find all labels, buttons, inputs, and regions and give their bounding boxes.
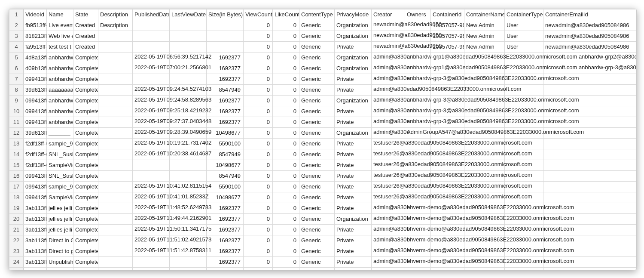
col-header-privacymode[interactable]: PrivacyMode xyxy=(335,9,372,20)
cell-publisheddate[interactable]: 2022-05-19T09:24:54.5274103 xyxy=(133,85,170,96)
cell-name[interactable]: anbhardw xyxy=(47,96,73,106)
cell-size[interactable]: 5590100 xyxy=(207,182,244,192)
cell-contenttype[interactable]: Generic xyxy=(299,74,335,85)
row-number[interactable]: 4 xyxy=(9,42,24,53)
col-header-lastviewdate[interactable]: LastViewDate xyxy=(170,9,207,20)
cell-publisheddate[interactable] xyxy=(133,31,170,42)
cell-viewcount[interactable]: 0 xyxy=(244,96,273,106)
cell-publisheddate[interactable] xyxy=(133,42,170,53)
cell-owners[interactable]: AdminGroupA547@a830edad9050849863E220330… xyxy=(405,128,431,139)
cell-publisheddate[interactable]: 2022-05-19T11:51:42.8758311 xyxy=(133,246,170,257)
cell-viewcount[interactable]: 0 xyxy=(244,192,273,203)
cell-size[interactable]: 1692377 xyxy=(207,53,244,63)
table-row[interactable]: 10099413ff-4anbhardwCompleted2022-05-19T… xyxy=(9,106,637,117)
cell-state[interactable]: Created xyxy=(73,20,98,31)
cell-description[interactable] xyxy=(98,53,133,63)
cell-viewcount[interactable]: 0 xyxy=(244,214,273,225)
cell-likecount[interactable]: 0 xyxy=(273,257,299,268)
cell-name[interactable]: anbhardw xyxy=(47,63,73,74)
cell-name[interactable]: SNL_Sushi xyxy=(47,171,73,182)
cell-privacymode[interactable]: Private xyxy=(335,203,372,214)
cell-privacymode[interactable]: Private xyxy=(335,149,372,160)
cell-creator[interactable]: testuser26@a830edad9050849863E22033000.o… xyxy=(372,139,405,149)
cell-contenttype[interactable]: Generic xyxy=(299,160,335,171)
cell-creator[interactable]: admin@a830e xyxy=(372,117,405,128)
cell-state[interactable]: Created xyxy=(73,31,98,42)
cell-videoid[interactable]: 099413ff-4 xyxy=(24,106,47,117)
cell-state[interactable]: Completed xyxy=(73,225,98,235)
cell-lastviewdate[interactable] xyxy=(170,42,207,53)
cell-contenttype[interactable]: Generic xyxy=(299,268,335,271)
cell-privacymode[interactable]: Private xyxy=(335,139,372,149)
cell-videoid[interactable]: fa9513ff-0 xyxy=(24,42,47,53)
cell-name[interactable]: test test t xyxy=(47,42,73,53)
cell-owners[interactable]: bhverm-demo@a830edad9050849863E22033000.… xyxy=(405,214,431,225)
cell-viewcount[interactable]: 0 xyxy=(244,257,273,268)
row-number[interactable]: 8 xyxy=(9,85,24,96)
cell-creator[interactable]: admin@a830e xyxy=(372,74,405,85)
cell-state[interactable]: Completed xyxy=(73,182,98,192)
cell-description[interactable] xyxy=(98,192,133,203)
cell-size[interactable]: 1692377 xyxy=(207,268,244,271)
cell-publisheddate[interactable]: 2022-05-19T10:19:21.7317402 xyxy=(133,139,170,149)
cell-videoid[interactable]: 099413ff-4 xyxy=(24,74,47,85)
cell-publisheddate[interactable]: 2022-05-19T11:58:18.1730015 xyxy=(133,268,170,271)
cell-creator[interactable]: admin@a830e xyxy=(372,203,405,214)
cell-videoid[interactable]: 4d8a13ff- xyxy=(24,53,47,63)
cell-videoid[interactable]: 39d613ff- xyxy=(24,85,47,96)
cell-likecount[interactable]: 0 xyxy=(273,203,299,214)
cell-viewcount[interactable]: 0 xyxy=(244,106,273,117)
cell-size[interactable]: 1692377 xyxy=(207,74,244,85)
cell-containeremailid[interactable]: newadmin@a830edad905084986 xyxy=(543,20,637,31)
cell-owners[interactable] xyxy=(405,171,431,182)
cell-creator[interactable]: admin@a830e xyxy=(372,246,405,257)
cell-creator[interactable]: admin@a830e xyxy=(372,53,405,63)
cell-likecount[interactable]: 0 xyxy=(273,246,299,257)
cell-state[interactable]: Completed xyxy=(73,117,98,128)
cell-videoid[interactable]: 3ab113ff-4 xyxy=(24,203,47,214)
cell-videoid[interactable]: f2df13ff-0 xyxy=(24,139,47,149)
cell-likecount[interactable]: 0 xyxy=(273,192,299,203)
cell-description[interactable] xyxy=(98,63,133,74)
cell-publisheddate[interactable]: 2022-05-19T09:24:58.8289563 xyxy=(133,96,170,106)
cell-publisheddate[interactable] xyxy=(133,160,170,171)
cell-size[interactable]: 8547949 xyxy=(207,149,244,160)
cell-state[interactable]: Completed xyxy=(73,214,98,225)
cell-containeremailid[interactable]: newadmin@a830edad905084986 xyxy=(543,42,637,53)
cell-containertype[interactable]: User xyxy=(505,20,543,31)
cell-privacymode[interactable]: Organization xyxy=(335,268,372,271)
col-header-contenttype[interactable]: ContentType xyxy=(299,9,335,20)
cell-containerid[interactable] xyxy=(431,268,464,271)
cell-creator[interactable]: newadmin@a830edad9050 xyxy=(372,20,405,31)
cell-creator[interactable]: admin@a830e xyxy=(372,106,405,117)
cell-videoid[interactable]: 3ab113ff-4 xyxy=(24,235,47,246)
cell-likecount[interactable]: 0 xyxy=(273,117,299,128)
row-number-header[interactable]: 1 xyxy=(9,9,24,20)
cell-owners[interactable]: anbhardw-grp1@a830edad9050849863E2203300… xyxy=(405,53,431,63)
cell-owners[interactable]: bhverm-demo@a830edad9050849863E22033000.… xyxy=(405,257,431,268)
cell-size[interactable] xyxy=(207,42,244,53)
cell-likecount[interactable]: 0 xyxy=(273,182,299,192)
cell-creator[interactable]: admin@a830e xyxy=(372,257,405,268)
cell-containername[interactable]: New Admin xyxy=(464,42,505,53)
cell-containername[interactable]: New Admin xyxy=(464,20,505,31)
cell-creator[interactable] xyxy=(372,268,405,271)
cell-description[interactable] xyxy=(98,85,133,96)
cell-creator[interactable]: newadmin@a830edad9050 xyxy=(372,31,405,42)
cell-likecount[interactable]: 0 xyxy=(273,74,299,85)
cell-privacymode[interactable]: Private xyxy=(335,192,372,203)
cell-containeremailid[interactable] xyxy=(543,160,637,171)
cell-likecount[interactable]: 0 xyxy=(273,268,299,271)
cell-containername[interactable] xyxy=(464,268,505,271)
cell-name[interactable]: aaaaaaaaa xyxy=(47,85,73,96)
cell-owners[interactable] xyxy=(405,182,431,192)
cell-contenttype[interactable]: Generic xyxy=(299,235,335,246)
cell-likecount[interactable]: 0 xyxy=(273,149,299,160)
cell-lastviewdate[interactable] xyxy=(170,160,207,171)
cell-name[interactable]: SampleVid xyxy=(47,192,73,203)
cell-viewcount[interactable]: 0 xyxy=(244,85,273,96)
cell-containeremailid[interactable] xyxy=(543,268,637,271)
cell-size[interactable]: 1692377 xyxy=(207,246,244,257)
cell-size[interactable]: 10498677 xyxy=(207,160,244,171)
cell-privacymode[interactable]: Private xyxy=(335,246,372,257)
